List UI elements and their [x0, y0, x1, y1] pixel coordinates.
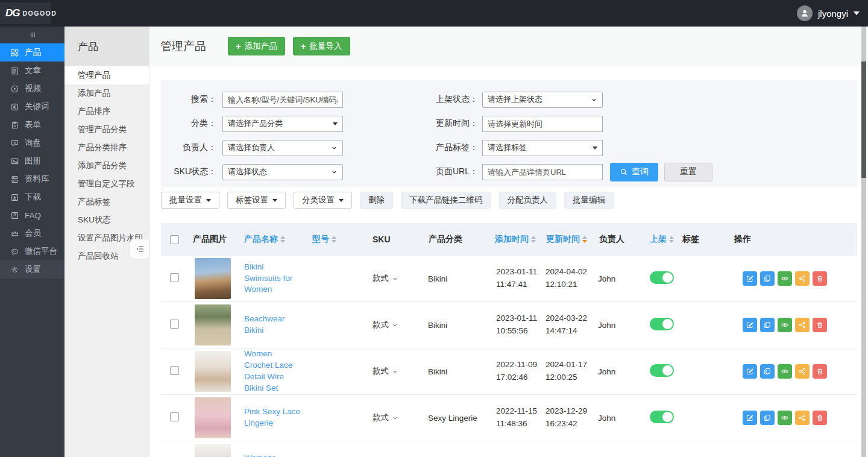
bulk-action-button[interactable]: 下载产品链接二维码 — [401, 192, 491, 209]
submenu-item[interactable]: 产品排序 — [64, 102, 149, 121]
submenu-item[interactable]: 管理产品分类 — [64, 121, 149, 139]
product-name-link[interactable]: Bikini Swimsuits for Women — [244, 262, 301, 296]
sidebar-item[interactable]: 询盘 — [0, 134, 64, 152]
sidebar-item[interactable]: 设置 — [0, 260, 64, 279]
bulk-import-button[interactable]: + 批量导入 — [293, 37, 350, 55]
scrollbar-thumb[interactable] — [861, 61, 866, 178]
delete-button[interactable] — [813, 364, 827, 379]
online-toggle[interactable] — [650, 271, 674, 284]
sidebar-item[interactable]: 文章 — [0, 61, 64, 80]
edit-button[interactable] — [743, 271, 757, 286]
page-url-input[interactable] — [482, 164, 603, 180]
row-checkbox[interactable] — [170, 273, 179, 282]
column-header[interactable]: 标签 — [674, 234, 734, 245]
column-header[interactable]: 操作 — [734, 234, 857, 245]
sidebar-item[interactable]: 表单 — [0, 116, 64, 134]
sku-style-dropdown[interactable]: 款式 — [373, 320, 398, 330]
product-name-link[interactable]: Women Crochet Lace Detail Wire Bikini Se… — [244, 348, 301, 394]
sidebar-item[interactable]: 下载 — [0, 188, 64, 206]
submenu-item[interactable]: 添加产品分类 — [64, 157, 149, 175]
preview-button[interactable] — [778, 271, 792, 286]
add-product-button[interactable]: + 添加产品 — [228, 37, 285, 55]
submenu-item[interactable]: 添加产品 — [64, 84, 149, 102]
bulk-action-button[interactable]: 批量编辑 — [564, 192, 614, 209]
column-header[interactable]: 产品图片 — [190, 234, 241, 245]
sidebar-item[interactable]: 视频 — [0, 80, 64, 98]
preview-button[interactable] — [778, 318, 792, 332]
product-image[interactable] — [195, 258, 231, 299]
edit-button[interactable] — [743, 318, 757, 332]
product-image[interactable] — [195, 351, 231, 392]
query-button[interactable]: 查询 — [610, 163, 658, 181]
sidebar-item[interactable]: 会员 — [0, 224, 64, 242]
bulk-action-button[interactable]: 删除 — [360, 192, 393, 209]
delete-button[interactable] — [813, 271, 827, 286]
bulk-action-button[interactable]: 分配负责人 — [499, 192, 557, 209]
copy-button[interactable] — [760, 271, 775, 286]
bulk-action-button[interactable]: 标签设置 — [227, 192, 286, 209]
sidebar-item[interactable]: 微信平台 — [0, 242, 64, 260]
column-header[interactable]: 负责人 — [593, 234, 644, 245]
submenu-item[interactable]: SKU状态 — [64, 211, 149, 229]
submenu-item[interactable]: 产品分类排序 — [64, 139, 149, 157]
online-toggle[interactable] — [650, 364, 674, 377]
collapse-panel-button[interactable] — [130, 239, 150, 259]
edit-button[interactable] — [743, 411, 757, 425]
edit-button[interactable] — [743, 364, 757, 379]
column-header[interactable]: 产品名称 — [241, 234, 307, 245]
column-header[interactable]: 上架 — [644, 234, 674, 245]
dogood-logo[interactable]: DG DOGOOD — [0, 2, 51, 24]
share-button[interactable] — [795, 271, 810, 286]
sku-style-dropdown[interactable]: 款式 — [373, 366, 398, 377]
select-all-checkbox[interactable] — [170, 235, 179, 244]
online-toggle[interactable] — [650, 318, 674, 330]
listing-status-select[interactable]: 请选择上架状态 — [482, 92, 603, 108]
row-checkbox[interactable] — [170, 412, 179, 421]
sidebar-item[interactable]: 图册 — [0, 152, 64, 170]
delete-button[interactable] — [813, 411, 827, 425]
product-name-link[interactable]: Womens Orchid — [244, 453, 301, 457]
owner-select[interactable]: 请选择负责人 — [222, 140, 343, 156]
category-select[interactable]: 请选择产品分类 — [222, 116, 343, 132]
product-tag-select[interactable]: 请选择标签 — [482, 140, 603, 156]
copy-button[interactable] — [760, 364, 775, 379]
product-image[interactable] — [195, 444, 231, 457]
delete-button[interactable] — [813, 318, 827, 332]
submenu-item[interactable]: 管理自定义字段 — [64, 175, 149, 193]
sku-status-select[interactable]: 请选择状态 — [222, 164, 343, 180]
bulk-action-button[interactable]: 批量设置 — [161, 192, 219, 209]
row-checkbox[interactable] — [170, 320, 179, 329]
share-button[interactable] — [795, 364, 810, 379]
column-header[interactable]: 型号 — [307, 234, 368, 245]
sku-style-dropdown[interactable]: 款式 — [373, 273, 398, 284]
preview-button[interactable] — [778, 364, 792, 379]
preview-button[interactable] — [778, 411, 792, 425]
product-name-link[interactable]: Beachwear Bikini — [244, 314, 301, 336]
sidebar-item[interactable]: 关键词 — [0, 98, 64, 116]
product-image[interactable] — [195, 304, 231, 345]
column-header[interactable]: 添加时间 — [491, 234, 541, 245]
copy-button[interactable] — [760, 318, 775, 332]
column-header[interactable]: 更新时间 — [541, 234, 593, 245]
update-time-input[interactable] — [482, 116, 603, 132]
sku-style-dropdown[interactable]: 款式 — [373, 412, 398, 423]
user-menu[interactable]: jlyongyi — [797, 0, 860, 27]
share-button[interactable] — [795, 318, 810, 332]
product-name-link[interactable]: Pink Sexy Lace Lingerie — [244, 406, 301, 429]
search-input[interactable] — [222, 92, 343, 108]
submenu-item[interactable]: 管理产品 — [64, 66, 149, 84]
copy-button[interactable] — [760, 411, 775, 425]
sidebar-item[interactable]: 资料库 — [0, 170, 64, 188]
share-button[interactable] — [795, 411, 810, 425]
bulk-action-button[interactable]: 分类设置 — [294, 192, 352, 209]
column-header[interactable]: SKU — [368, 235, 423, 244]
reset-button[interactable]: 重置 — [664, 163, 712, 181]
collapse-menu-icon[interactable] — [0, 27, 64, 43]
row-checkbox[interactable] — [170, 366, 179, 375]
submenu-item[interactable]: 产品标签 — [64, 193, 149, 211]
vertical-scrollbar[interactable] — [861, 27, 866, 457]
online-toggle[interactable] — [650, 411, 674, 423]
column-header[interactable]: 产品分类 — [423, 234, 491, 245]
sidebar-item[interactable]: 产品 — [0, 43, 64, 61]
product-image[interactable] — [195, 397, 231, 438]
